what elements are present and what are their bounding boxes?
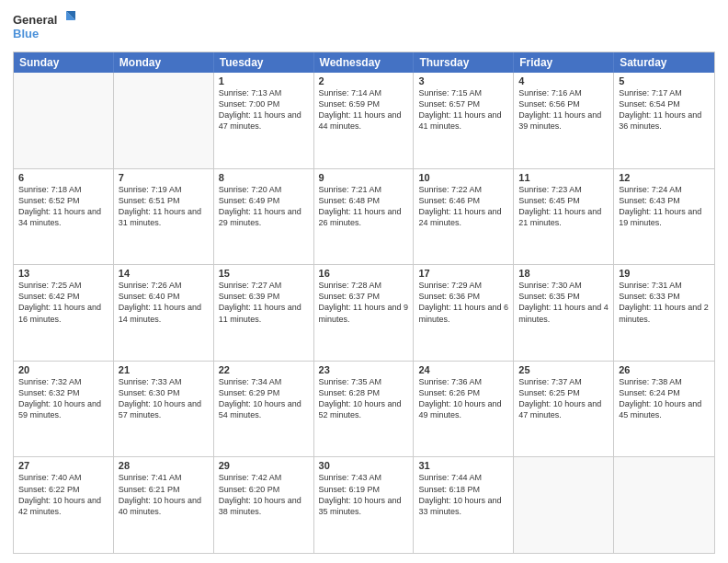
calendar: SundayMondayTuesdayWednesdayThursdayFrid… — [13, 52, 715, 554]
day-cell-1-6: 12Sunrise: 7:24 AM Sunset: 6:43 PM Dayli… — [614, 169, 714, 265]
day-info-7: Sunrise: 7:19 AM Sunset: 6:51 PM Dayligh… — [119, 184, 209, 229]
day-number-11: 11 — [518, 172, 609, 183]
day-info-25: Sunrise: 7:37 AM Sunset: 6:25 PM Dayligh… — [518, 376, 609, 421]
calendar-row-0: 1Sunrise: 7:13 AM Sunset: 7:00 PM Daylig… — [14, 73, 714, 169]
day-info-18: Sunrise: 7:30 AM Sunset: 6:35 PM Dayligh… — [518, 280, 609, 325]
day-cell-3-6: 26Sunrise: 7:38 AM Sunset: 6:24 PM Dayli… — [614, 362, 714, 457]
day-cell-3-2: 22Sunrise: 7:34 AM Sunset: 6:29 PM Dayli… — [214, 362, 314, 457]
day-info-23: Sunrise: 7:35 AM Sunset: 6:28 PM Dayligh… — [319, 376, 409, 421]
day-info-11: Sunrise: 7:23 AM Sunset: 6:45 PM Dayligh… — [518, 184, 609, 229]
day-number-25: 25 — [518, 364, 609, 375]
day-info-24: Sunrise: 7:36 AM Sunset: 6:26 PM Dayligh… — [418, 376, 508, 421]
day-number-20: 20 — [18, 364, 108, 375]
day-number-9: 9 — [319, 172, 409, 183]
day-info-2: Sunrise: 7:14 AM Sunset: 6:59 PM Dayligh… — [319, 87, 409, 132]
day-cell-1-3: 9Sunrise: 7:21 AM Sunset: 6:48 PM Daylig… — [314, 169, 415, 265]
header: General Blue — [13, 9, 715, 44]
day-cell-3-3: 23Sunrise: 7:35 AM Sunset: 6:28 PM Dayli… — [314, 362, 415, 457]
day-cell-1-2: 8Sunrise: 7:20 AM Sunset: 6:49 PM Daylig… — [214, 169, 314, 265]
day-header-thursday: Thursday — [414, 52, 514, 73]
svg-text:General: General — [13, 13, 57, 27]
calendar-body: 1Sunrise: 7:13 AM Sunset: 7:00 PM Daylig… — [14, 73, 714, 553]
day-header-saturday: Saturday — [614, 52, 714, 73]
day-cell-2-5: 18Sunrise: 7:30 AM Sunset: 6:35 PM Dayli… — [514, 265, 614, 361]
day-number-12: 12 — [619, 172, 710, 183]
day-cell-4-2: 29Sunrise: 7:42 AM Sunset: 6:20 PM Dayli… — [214, 457, 314, 553]
day-header-monday: Monday — [114, 52, 214, 73]
day-info-17: Sunrise: 7:29 AM Sunset: 6:36 PM Dayligh… — [418, 280, 508, 325]
day-info-15: Sunrise: 7:27 AM Sunset: 6:39 PM Dayligh… — [219, 280, 309, 325]
day-info-16: Sunrise: 7:28 AM Sunset: 6:37 PM Dayligh… — [319, 280, 409, 325]
calendar-row-3: 20Sunrise: 7:32 AM Sunset: 6:32 PM Dayli… — [14, 362, 714, 458]
day-cell-3-4: 24Sunrise: 7:36 AM Sunset: 6:26 PM Dayli… — [414, 362, 514, 457]
day-cell-2-1: 14Sunrise: 7:26 AM Sunset: 6:40 PM Dayli… — [114, 265, 214, 361]
calendar-row-1: 6Sunrise: 7:18 AM Sunset: 6:52 PM Daylig… — [14, 169, 714, 266]
day-info-31: Sunrise: 7:44 AM Sunset: 6:18 PM Dayligh… — [418, 472, 508, 517]
day-cell-0-0 — [14, 73, 114, 168]
day-number-19: 19 — [619, 268, 710, 279]
day-info-30: Sunrise: 7:43 AM Sunset: 6:19 PM Dayligh… — [319, 472, 409, 517]
day-info-12: Sunrise: 7:24 AM Sunset: 6:43 PM Dayligh… — [619, 184, 710, 229]
svg-text:Blue: Blue — [13, 27, 39, 40]
day-cell-1-0: 6Sunrise: 7:18 AM Sunset: 6:52 PM Daylig… — [14, 169, 114, 265]
day-number-28: 28 — [119, 460, 209, 471]
day-info-6: Sunrise: 7:18 AM Sunset: 6:52 PM Dayligh… — [18, 184, 108, 229]
calendar-row-4: 27Sunrise: 7:40 AM Sunset: 6:22 PM Dayli… — [14, 457, 714, 553]
day-info-27: Sunrise: 7:40 AM Sunset: 6:22 PM Dayligh… — [18, 472, 108, 517]
day-number-13: 13 — [18, 268, 108, 279]
logo-svg: General Blue — [13, 9, 77, 44]
day-cell-4-5 — [514, 457, 614, 553]
calendar-header: SundayMondayTuesdayWednesdayThursdayFrid… — [14, 52, 714, 73]
day-number-5: 5 — [619, 75, 710, 86]
day-cell-0-6: 5Sunrise: 7:17 AM Sunset: 6:54 PM Daylig… — [614, 73, 714, 168]
day-header-wednesday: Wednesday — [314, 52, 415, 73]
day-number-23: 23 — [319, 364, 409, 375]
day-number-30: 30 — [319, 460, 409, 471]
day-number-27: 27 — [18, 460, 108, 471]
day-number-22: 22 — [219, 364, 309, 375]
day-header-tuesday: Tuesday — [214, 52, 314, 73]
day-info-19: Sunrise: 7:31 AM Sunset: 6:33 PM Dayligh… — [619, 280, 710, 325]
day-info-4: Sunrise: 7:16 AM Sunset: 6:56 PM Dayligh… — [518, 87, 609, 132]
day-info-13: Sunrise: 7:25 AM Sunset: 6:42 PM Dayligh… — [18, 280, 108, 325]
day-number-3: 3 — [418, 75, 508, 86]
day-info-21: Sunrise: 7:33 AM Sunset: 6:30 PM Dayligh… — [119, 376, 209, 421]
day-cell-1-5: 11Sunrise: 7:23 AM Sunset: 6:45 PM Dayli… — [514, 169, 614, 265]
day-cell-0-1 — [114, 73, 214, 168]
day-info-28: Sunrise: 7:41 AM Sunset: 6:21 PM Dayligh… — [119, 472, 209, 517]
day-cell-3-0: 20Sunrise: 7:32 AM Sunset: 6:32 PM Dayli… — [14, 362, 114, 457]
day-header-friday: Friday — [514, 52, 614, 73]
day-number-26: 26 — [619, 364, 710, 375]
day-info-1: Sunrise: 7:13 AM Sunset: 7:00 PM Dayligh… — [219, 87, 309, 132]
calendar-row-2: 13Sunrise: 7:25 AM Sunset: 6:42 PM Dayli… — [14, 265, 714, 362]
day-cell-4-6 — [614, 457, 714, 553]
day-info-10: Sunrise: 7:22 AM Sunset: 6:46 PM Dayligh… — [418, 184, 508, 229]
day-cell-2-0: 13Sunrise: 7:25 AM Sunset: 6:42 PM Dayli… — [14, 265, 114, 361]
day-info-5: Sunrise: 7:17 AM Sunset: 6:54 PM Dayligh… — [619, 87, 710, 132]
day-info-14: Sunrise: 7:26 AM Sunset: 6:40 PM Dayligh… — [119, 280, 209, 325]
day-number-24: 24 — [418, 364, 508, 375]
day-info-22: Sunrise: 7:34 AM Sunset: 6:29 PM Dayligh… — [219, 376, 309, 421]
day-number-31: 31 — [418, 460, 508, 471]
day-number-29: 29 — [219, 460, 309, 471]
day-cell-3-1: 21Sunrise: 7:33 AM Sunset: 6:30 PM Dayli… — [114, 362, 214, 457]
day-cell-4-3: 30Sunrise: 7:43 AM Sunset: 6:19 PM Dayli… — [314, 457, 415, 553]
logo: General Blue — [13, 9, 77, 44]
day-info-3: Sunrise: 7:15 AM Sunset: 6:57 PM Dayligh… — [418, 87, 508, 132]
day-info-9: Sunrise: 7:21 AM Sunset: 6:48 PM Dayligh… — [319, 184, 409, 229]
day-cell-1-1: 7Sunrise: 7:19 AM Sunset: 6:51 PM Daylig… — [114, 169, 214, 265]
day-number-2: 2 — [319, 75, 409, 86]
day-number-16: 16 — [319, 268, 409, 279]
day-cell-1-4: 10Sunrise: 7:22 AM Sunset: 6:46 PM Dayli… — [414, 169, 514, 265]
day-number-4: 4 — [518, 75, 609, 86]
day-number-21: 21 — [119, 364, 209, 375]
day-cell-4-0: 27Sunrise: 7:40 AM Sunset: 6:22 PM Dayli… — [14, 457, 114, 553]
day-number-7: 7 — [119, 172, 209, 183]
day-cell-0-4: 3Sunrise: 7:15 AM Sunset: 6:57 PM Daylig… — [414, 73, 514, 168]
day-number-8: 8 — [219, 172, 309, 183]
day-info-29: Sunrise: 7:42 AM Sunset: 6:20 PM Dayligh… — [219, 472, 309, 517]
day-header-sunday: Sunday — [14, 52, 114, 73]
day-cell-2-6: 19Sunrise: 7:31 AM Sunset: 6:33 PM Dayli… — [614, 265, 714, 361]
day-cell-2-3: 16Sunrise: 7:28 AM Sunset: 6:37 PM Dayli… — [314, 265, 415, 361]
day-cell-0-3: 2Sunrise: 7:14 AM Sunset: 6:59 PM Daylig… — [314, 73, 415, 168]
